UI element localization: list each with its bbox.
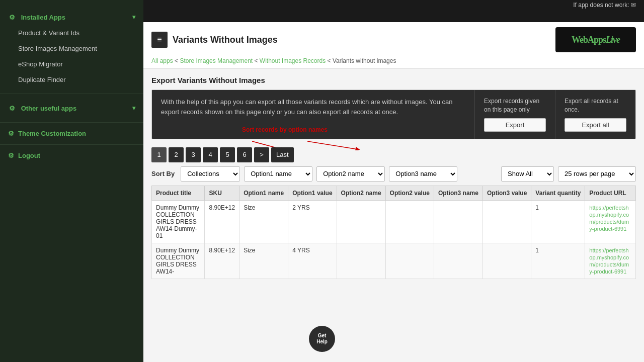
cell-option1-value-0: 2 YRS xyxy=(288,200,337,243)
other-apps-label: Other useful apps xyxy=(21,105,77,112)
other-apps-icon: ⚙ xyxy=(8,104,16,112)
col-variant-qty: Variant quantity xyxy=(531,186,585,200)
page-btn-1[interactable]: 1 xyxy=(151,147,167,162)
cell-url-0: https://perfectshop.myshopify.com/produc… xyxy=(585,200,636,243)
cell-option1-value-1: 4 YRS xyxy=(288,243,337,279)
pagination-wrapper: Sort records by option names xyxy=(151,147,636,162)
page-btn-last[interactable]: Last xyxy=(271,147,294,162)
cell-option2-name-0 xyxy=(337,200,385,243)
variants-table: Product title SKU Option1 name Option1 v… xyxy=(151,186,636,279)
page-btn-6[interactable]: 6 xyxy=(237,147,252,162)
get-help-button[interactable]: Get Help xyxy=(309,326,335,352)
cell-url-1: https://perfectshop.myshopify.com/produc… xyxy=(585,243,636,279)
cell-product-title-0: Dummy Dummy COLLECTION GIRLS DRESS AW14-… xyxy=(152,200,205,243)
cell-option3-name-1 xyxy=(434,243,482,279)
chevron-down-icon: ▾ xyxy=(132,14,135,21)
breadcrumb: All apps < Store Images Management < Wit… xyxy=(151,55,636,68)
hamburger-button[interactable]: ≡ xyxy=(151,32,168,48)
option2-name-select[interactable]: Option2 name xyxy=(316,166,385,182)
header-left: ≡ Variants Without Images xyxy=(151,32,278,48)
cell-option3-value-0 xyxy=(482,200,531,243)
col-option2-name: Option2 name xyxy=(337,186,385,200)
page-btn-next[interactable]: > xyxy=(254,147,269,162)
option3-name-select[interactable]: Option3 name xyxy=(389,166,457,182)
col-option1-value: Option1 value xyxy=(288,186,337,200)
option1-name-select[interactable]: Option1 name xyxy=(244,166,312,182)
logo-accent: Live xyxy=(606,35,620,45)
page-btn-4[interactable]: 4 xyxy=(203,147,218,162)
page-btn-5[interactable]: 5 xyxy=(220,147,235,162)
sidebar-item-product-variant[interactable]: Product & Variant Ids xyxy=(0,25,143,41)
main-content: ≡ Variants Without Images WebAppsLive Al… xyxy=(143,22,644,362)
cell-variant-qty-0: 1 xyxy=(531,200,585,243)
cell-option2-value-1 xyxy=(385,243,434,279)
theme-label: Theme Customization xyxy=(18,130,86,137)
col-option2-value: Option2 value xyxy=(385,186,434,200)
sidebar-item-eshop[interactable]: eShop Migrator xyxy=(0,56,143,72)
breadcrumb-store-images[interactable]: Store Images Management xyxy=(180,57,253,64)
logout-nav[interactable]: ⚙ Logout xyxy=(0,147,143,164)
sidebar-item-store-images[interactable]: Store Images Management xyxy=(0,41,143,56)
theme-customization-nav[interactable]: ⚙ Theme Customization xyxy=(0,125,143,142)
installed-apps-header[interactable]: ⚙ Installed Apps ▾ xyxy=(0,9,143,25)
page-title: Variants Without Images xyxy=(173,35,278,45)
col-option1-name: Option1 name xyxy=(239,186,288,200)
cell-option1-name-1: Size xyxy=(239,243,288,279)
breadcrumb-all-apps[interactable]: All apps xyxy=(151,57,173,64)
other-apps-section: ⚙ Other useful apps ▾ xyxy=(0,96,143,120)
sidebar-divider xyxy=(0,94,143,94)
logo: WebAppsLive xyxy=(555,27,636,52)
sort-row: Sort By Collections Option1 name Option2… xyxy=(151,166,636,182)
export-box-2: Export all records at once. Export all xyxy=(555,90,635,139)
cell-option2-name-1 xyxy=(337,243,385,279)
table-header-row: Product title SKU Option1 name Option1 v… xyxy=(152,186,636,200)
sidebar-item-duplicate[interactable]: Duplicate Finder xyxy=(0,72,143,87)
pagination-row: 1 2 3 4 5 6 > Last xyxy=(151,147,636,162)
col-sku: SKU xyxy=(205,186,239,200)
export-section-title: Export Variants Without Images xyxy=(151,76,636,84)
product-url-link-0[interactable]: https://perfectshop.myshopify.com/produc… xyxy=(589,205,629,232)
cell-sku-0: 8.90E+12 xyxy=(205,200,239,243)
logo-text: WebAppsLive xyxy=(572,35,620,45)
apps-icon: ⚙ xyxy=(8,13,16,21)
col-product-url: Product URL xyxy=(585,186,636,200)
show-all-select[interactable]: Show All xyxy=(501,166,554,182)
sidebar: ⚙ Installed Apps ▾ Product & Variant Ids… xyxy=(0,0,143,362)
cell-option1-name-0: Size xyxy=(239,200,288,243)
other-apps-header[interactable]: ⚙ Other useful apps ▾ xyxy=(0,100,143,116)
export-button[interactable]: Export xyxy=(484,118,546,132)
logout-icon: ⚙ xyxy=(8,152,14,159)
export-description: With the help of this app you can export… xyxy=(152,90,474,139)
product-url-link-1[interactable]: https://perfectshop.myshopify.com/produc… xyxy=(589,247,629,275)
cell-product-title-1: Dummy Dummy COLLECTION GIRLS DRESS AW14- xyxy=(152,243,205,279)
collections-select[interactable]: Collections xyxy=(181,166,240,182)
table-container: Product title SKU Option1 name Option1 v… xyxy=(151,186,636,279)
content-area: Export Variants Without Images With the … xyxy=(143,69,644,362)
rows-per-page-select[interactable]: 25 rows per page xyxy=(558,166,636,182)
cell-sku-1: 8.90E+12 xyxy=(205,243,239,279)
export-box-1: Export records given on this page only E… xyxy=(474,90,555,139)
export-panel: With the help of this app you can export… xyxy=(151,89,636,139)
main-header: ≡ Variants Without Images WebAppsLive Al… xyxy=(143,22,644,69)
table-row: Dummy Dummy COLLECTION GIRLS DRESS AW14-… xyxy=(152,200,636,243)
cell-option3-value-1 xyxy=(482,243,531,279)
page-btn-2[interactable]: 2 xyxy=(169,147,184,162)
installed-apps-label: Installed Apps xyxy=(21,14,65,21)
get-help-line1: Get xyxy=(318,333,327,339)
cell-variant-qty-1: 1 xyxy=(531,243,585,279)
table-row: Dummy Dummy COLLECTION GIRLS DRESS AW14-… xyxy=(152,243,636,279)
theme-icon: ⚙ xyxy=(8,130,14,137)
page-btn-3[interactable]: 3 xyxy=(186,147,201,162)
export-all-button[interactable]: Export all xyxy=(565,118,626,132)
breadcrumb-current: Variants without images xyxy=(333,57,396,64)
cell-option3-name-0 xyxy=(434,200,482,243)
export-box-2-label: Export all records at once. xyxy=(565,97,626,114)
col-option3-value: Option3 value xyxy=(482,186,531,200)
col-option3-name: Option3 name xyxy=(434,186,482,200)
installed-apps-section: ⚙ Installed Apps ▾ Product & Variant Ids… xyxy=(0,5,143,92)
chevron-down-icon-2: ▾ xyxy=(132,105,135,112)
sort-label: Sort By xyxy=(151,170,175,177)
get-help-line2: Help xyxy=(316,339,328,345)
breadcrumb-without-images[interactable]: Without Images Records xyxy=(260,57,326,64)
export-box-1-label: Export records given on this page only xyxy=(484,97,546,114)
